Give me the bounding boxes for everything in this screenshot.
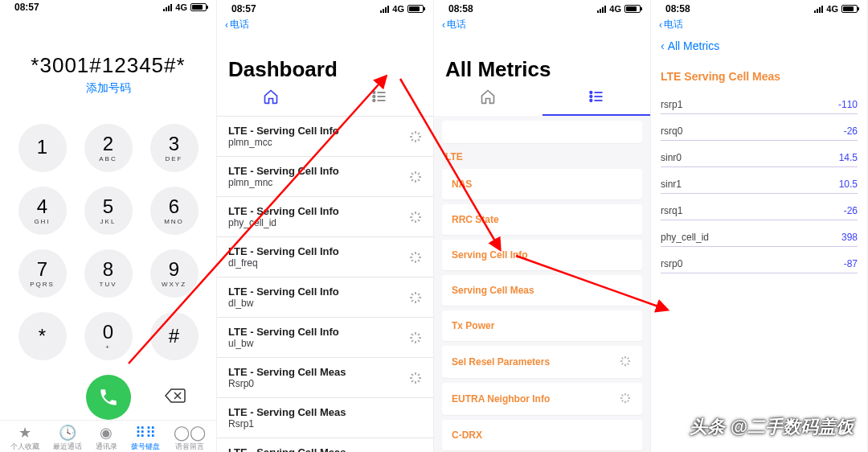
metric-card-eutra-neighbor[interactable]: EUTRA Neighbor Info: [442, 383, 642, 415]
svg-point-66: [590, 100, 592, 102]
list-item[interactable]: LTE - Serving Cell Infodl_bw: [217, 277, 433, 317]
meas-row[interactable]: phy_cell_id398: [661, 220, 858, 247]
loading-spinner-icon: [620, 392, 633, 405]
metric-card-serving-cell-info[interactable]: Serving Cell Info: [442, 240, 642, 270]
page-title: All Metrics: [434, 31, 650, 82]
metric-card-cdrx[interactable]: C-DRX: [442, 420, 642, 450]
person-icon: ◉: [100, 425, 113, 440]
meas-row[interactable]: rsrq0-26: [661, 114, 858, 141]
svg-point-2: [373, 96, 375, 98]
svg-line-50: [411, 334, 413, 335]
nav-back[interactable]: ‹ 电话: [434, 16, 650, 31]
metric-card-rrc-state[interactable]: RRC State: [442, 204, 642, 235]
signal-bars-icon: [163, 3, 172, 11]
dialed-number: *3001#12345#*: [0, 53, 216, 78]
svg-line-73: [628, 364, 629, 365]
tab-home[interactable]: [217, 84, 326, 116]
svg-line-20: [411, 179, 413, 181]
key-9[interactable]: 9WXYZ: [150, 249, 199, 298]
battery-icon: [841, 5, 858, 13]
meas-row[interactable]: rsrq1-26: [661, 194, 858, 220]
status-time: 08:57: [231, 3, 256, 14]
status-right: 4G: [163, 2, 207, 12]
metric-card-serving-cell-meas[interactable]: Serving Cell Meas: [442, 275, 642, 306]
metrics-list[interactable]: LTE NAS RRC State Serving Cell Info Serv…: [434, 116, 650, 452]
status-bar: 08:58 4G: [651, 0, 867, 16]
svg-line-13: [418, 133, 420, 134]
list-item[interactable]: LTE - Serving Cell Infoplmn_mnc: [217, 156, 433, 196]
tab-recents[interactable]: 🕓最近通话: [53, 425, 82, 452]
svg-line-35: [418, 260, 420, 261]
svg-line-37: [418, 253, 420, 255]
key-8[interactable]: 8TUV: [84, 249, 133, 298]
key-0[interactable]: 0+: [84, 312, 133, 360]
meas-list[interactable]: LTE Serving Cell Meas rsrp1-110 rsrq0-26…: [651, 57, 867, 452]
clock-icon: 🕓: [59, 425, 76, 440]
svg-line-51: [418, 340, 420, 342]
svg-point-4: [373, 100, 375, 102]
status-time: 08:57: [14, 2, 39, 13]
svg-line-61: [418, 374, 420, 376]
key-1[interactable]: 1: [18, 124, 67, 172]
back-all-metrics[interactable]: ‹ All Metrics: [651, 31, 867, 57]
tab-list[interactable]: [326, 84, 434, 116]
tab-keypad[interactable]: ⠿⠿拨号键盘: [131, 425, 160, 452]
loading-spinner-icon: [409, 171, 422, 183]
meas-row[interactable]: rsrp1-110: [661, 88, 858, 114]
meas-row[interactable]: sinr014.5: [661, 141, 858, 167]
keypad: 1 2ABC 3DEF 4GHI 5JKL 6MNO 7PQRS 8TUV 9W…: [16, 124, 201, 360]
key-5[interactable]: 5JKL: [84, 187, 133, 235]
phone-icon: [98, 387, 119, 408]
key-7[interactable]: 7PQRS: [18, 249, 67, 298]
tab-list[interactable]: [542, 84, 651, 116]
watermark: 头条 @二手数码盖饭: [690, 415, 854, 439]
metric-card-sel-resel[interactable]: Sel Resel Parameters: [442, 346, 642, 378]
delete-button[interactable]: [163, 388, 187, 407]
loading-spinner-icon: [409, 251, 422, 264]
dialer-entry: *3001#12345#* 添加号码: [0, 53, 216, 96]
all-metrics-screen: 08:58 4G ‹ 电话 All Metrics LTE NAS RRC St…: [434, 0, 651, 452]
voicemail-icon: ◯◯: [174, 425, 206, 440]
dashboard-screen: 08:57 4G ‹ 电话 Dashboard LTE - Serving Ce…: [217, 0, 434, 452]
svg-line-44: [411, 300, 413, 302]
list-item[interactable]: LTE - Serving Cell Infophy_cell_id: [217, 196, 433, 236]
svg-line-28: [411, 220, 413, 221]
metric-card-nas[interactable]: NAS: [442, 169, 642, 199]
svg-line-27: [418, 220, 420, 221]
battery-icon: [407, 5, 424, 13]
tab-contacts[interactable]: ◉通讯录: [96, 425, 117, 452]
meas-row[interactable]: rsrp0-87: [661, 247, 858, 273]
meas-row[interactable]: sinr110.5: [661, 167, 858, 194]
status-time: 08:58: [448, 3, 473, 14]
metric-card-tx-power[interactable]: Tx Power: [442, 310, 642, 341]
key-star[interactable]: *: [18, 312, 67, 360]
svg-line-82: [622, 401, 624, 402]
list-item[interactable]: LTE - Serving Cell MeasRsrp0: [217, 357, 433, 397]
status-bar: 08:58 4G: [434, 0, 650, 16]
key-2[interactable]: 2ABC: [84, 124, 133, 172]
list-item[interactable]: LTE - Serving Cell Meas: [217, 438, 433, 452]
home-icon: [263, 88, 279, 105]
key-6[interactable]: 6MNO: [150, 187, 199, 235]
nav-back-phone[interactable]: ‹ 电话: [651, 16, 867, 31]
svg-line-53: [418, 334, 420, 335]
tab-voicemail[interactable]: ◯◯语音留言: [174, 425, 206, 452]
tab-favorites[interactable]: ★个人收藏: [10, 425, 39, 452]
add-number-link[interactable]: 添加号码: [0, 81, 216, 96]
list-item[interactable]: LTE - Serving Cell Infoul_bw: [217, 317, 433, 357]
svg-line-21: [418, 173, 420, 175]
tab-home[interactable]: [434, 84, 542, 116]
call-button[interactable]: [86, 375, 131, 420]
dashboard-list[interactable]: LTE - Serving Cell Infoplmn_mcc LTE - Se…: [217, 116, 433, 452]
list-item[interactable]: LTE - Serving Cell MeasRsrp1: [217, 397, 433, 438]
signal-bars-icon: [814, 5, 823, 13]
nav-back[interactable]: ‹ 电话: [217, 16, 433, 31]
search-card[interactable]: [442, 121, 642, 143]
key-hash[interactable]: #: [150, 312, 199, 360]
status-bar: 08:57 4G: [217, 0, 433, 16]
key-3[interactable]: 3DEF: [150, 124, 199, 172]
carrier-label: 4G: [175, 2, 187, 12]
key-4[interactable]: 4GHI: [18, 187, 67, 235]
list-item[interactable]: LTE - Serving Cell Infodl_freq: [217, 236, 433, 277]
list-item[interactable]: LTE - Serving Cell Infoplmn_mcc: [217, 116, 433, 156]
